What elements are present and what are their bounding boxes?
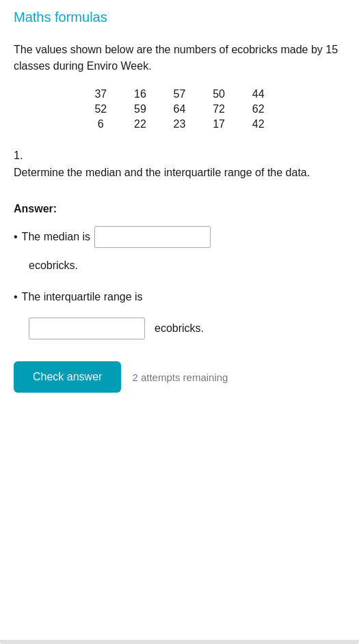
iqr-input[interactable] — [29, 318, 145, 339]
data-cell: 17 — [209, 118, 229, 130]
bullet-1: • — [14, 226, 18, 248]
data-cell: 16 — [130, 88, 150, 100]
data-cell: 62 — [248, 103, 269, 115]
question-number: 1. — [14, 150, 345, 162]
data-cell: 59 — [130, 103, 150, 115]
data-cell: 6 — [91, 118, 111, 130]
check-answer-button[interactable]: Check answer — [14, 361, 121, 393]
median-prefix: The median is — [22, 226, 91, 248]
data-cell: 22 — [130, 118, 150, 130]
intro-text: The values shown below are the numbers o… — [14, 42, 345, 74]
page-title: Maths formulas — [14, 10, 345, 25]
data-row-1: 37 16 57 50 44 — [91, 88, 269, 100]
iqr-prefix: The interquartile range is — [22, 286, 143, 308]
data-cell: 72 — [209, 103, 229, 115]
data-cell: 44 — [248, 88, 269, 100]
data-row-3: 6 22 23 17 42 — [91, 118, 269, 130]
iqr-answer-item: • The interquartile range is — [14, 286, 345, 308]
attempts-remaining: 2 attempts remaining — [132, 372, 228, 383]
data-cell: 50 — [209, 88, 229, 100]
page-container: Maths formulas The values shown below ar… — [0, 0, 359, 644]
data-cell: 42 — [248, 118, 269, 130]
iqr-suffix: ecobricks. — [155, 318, 204, 339]
data-cell: 57 — [170, 88, 190, 100]
data-cell: 64 — [170, 103, 190, 115]
bullet-2: • — [14, 286, 18, 308]
check-area: Check answer 2 attempts remaining — [14, 361, 345, 393]
data-cell: 52 — [91, 103, 111, 115]
bottom-bar — [0, 640, 359, 644]
data-cell: 37 — [91, 88, 111, 100]
median-suffix: ecobricks. — [29, 260, 78, 271]
question-text: Determine the median and the interquarti… — [14, 165, 345, 181]
data-table: 37 16 57 50 44 52 59 64 72 62 6 22 23 17… — [91, 88, 269, 133]
answer-section: Answer: • The median is ecobricks. • The… — [14, 203, 345, 339]
answer-label: Answer: — [14, 203, 345, 215]
data-row-2: 52 59 64 72 62 — [91, 103, 269, 115]
median-input[interactable] — [94, 226, 211, 248]
data-cell: 23 — [170, 118, 190, 130]
median-answer-item: • The median is — [14, 226, 345, 248]
